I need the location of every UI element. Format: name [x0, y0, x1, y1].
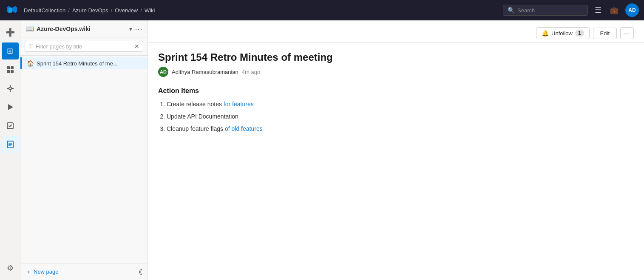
filter-input[interactable]: [36, 43, 132, 50]
content-header-right: 🔔 Unfollow 1 Edit ⋯: [536, 27, 634, 39]
content-body: Sprint 154 Retro Minutes of meeting AD A…: [148, 43, 644, 145]
activity-item-boards[interactable]: [2, 61, 19, 78]
more-options-button[interactable]: ⋯: [620, 27, 634, 39]
activity-item-repos[interactable]: [2, 80, 19, 97]
activity-item-wiki[interactable]: [2, 136, 19, 153]
breadcrumb-overview[interactable]: Overview: [115, 7, 138, 14]
author-avatar: AD: [158, 67, 168, 77]
wiki-chevron-icon[interactable]: ▾: [129, 25, 132, 32]
activity-item-settings[interactable]: ⚙: [2, 260, 19, 277]
briefcase-icon[interactable]: 💼: [608, 5, 620, 16]
topbar: DefaultCollection / Azure DevOps / Overv…: [0, 0, 644, 20]
unfollow-label: Unfollow: [551, 30, 573, 37]
filter-icon: ⊤: [28, 43, 33, 50]
breadcrumb-sep-3: /: [140, 7, 142, 14]
sidebar-tree: 🏠 Sprint 154 Retro Minutes of me...: [20, 56, 148, 263]
author-name: Adithya Ramasubramanian: [172, 69, 238, 75]
new-page-plus-icon: ＋: [26, 268, 31, 276]
action-item-3: Cleanup feature flags of old features: [167, 124, 634, 133]
section-heading: Action Items: [158, 87, 634, 95]
breadcrumb-sep-1: /: [68, 7, 70, 14]
action-item-3-link[interactable]: of old features: [225, 125, 263, 132]
filter-input-wrap[interactable]: ⊤ ✕: [25, 41, 143, 52]
new-page-label: New page: [34, 269, 59, 275]
activity-item-testplans[interactable]: [2, 117, 19, 134]
activity-bar: ➕ ⊞ ⚙: [0, 20, 20, 280]
sidebar-filter: ⊤ ✕: [20, 37, 148, 56]
wiki-icon: 📖: [26, 25, 34, 33]
breadcrumb-defaultcollection[interactable]: DefaultCollection: [24, 7, 65, 14]
page-meta: AD Adithya Ramasubramanian 4m ago: [158, 67, 634, 77]
search-box[interactable]: 🔍: [503, 5, 588, 16]
sidebar-collapse-icon[interactable]: ⟪: [139, 268, 142, 276]
sidebar-footer: ＋ New page ⟪: [20, 263, 148, 280]
main-layout: ➕ ⊞ ⚙ 📖 Azure-DevOps.wiki ▾ ⋯ ⊤: [0, 20, 644, 280]
activity-item-add[interactable]: ➕: [2, 24, 19, 41]
svg-rect-3: [11, 70, 14, 73]
home-icon: 🏠: [27, 60, 34, 67]
svg-marker-9: [8, 104, 13, 110]
list-icon[interactable]: ☰: [593, 4, 603, 17]
filter-clear-icon[interactable]: ✕: [134, 43, 139, 50]
tree-item-label: Sprint 154 Retro Minutes of me...: [37, 60, 118, 67]
breadcrumb-sep-2: /: [111, 7, 112, 14]
activity-item-overview[interactable]: ⊞: [2, 42, 19, 59]
time-ago: 4m ago: [242, 69, 260, 75]
page-title: Sprint 154 Retro Minutes of meeting: [158, 51, 634, 63]
svg-rect-1: [11, 66, 14, 69]
search-icon: 🔍: [508, 7, 515, 14]
bell-icon: 🔔: [542, 30, 549, 37]
svg-rect-0: [7, 66, 10, 69]
sidebar-header: 📖 Azure-DevOps.wiki ▾ ⋯: [20, 20, 148, 37]
search-input[interactable]: [517, 7, 583, 14]
activity-item-pipelines[interactable]: [2, 99, 19, 116]
svg-rect-2: [7, 70, 10, 73]
wiki-title: Azure-DevOps.wiki: [37, 25, 127, 32]
action-item-2: Update API Documentation: [167, 112, 634, 121]
breadcrumb-azuredevops[interactable]: Azure DevOps: [72, 7, 108, 14]
action-item-1: Create release notes for features: [167, 100, 634, 109]
logo[interactable]: [5, 3, 19, 17]
breadcrumb: DefaultCollection / Azure DevOps / Overv…: [24, 7, 503, 14]
svg-point-4: [9, 87, 11, 90]
tree-item-sprint154[interactable]: 🏠 Sprint 154 Retro Minutes of me...: [20, 57, 148, 69]
content-area: 🔔 Unfollow 1 Edit ⋯ Sprint 154 Retro Min…: [148, 20, 644, 280]
sidebar-more-icon[interactable]: ⋯: [135, 25, 142, 33]
edit-button[interactable]: Edit: [593, 28, 617, 39]
unfollow-button[interactable]: 🔔 Unfollow 1: [536, 27, 590, 39]
sidebar: 📖 Azure-DevOps.wiki ▾ ⋯ ⊤ ✕ 🏠 Sprint 154…: [20, 20, 148, 280]
follow-count-badge: 1: [575, 30, 584, 37]
breadcrumb-wiki[interactable]: Wiki: [145, 7, 155, 14]
new-page-button[interactable]: ＋ New page: [26, 268, 59, 276]
user-avatar[interactable]: AD: [625, 3, 639, 17]
action-list: Create release notes for features Update…: [158, 100, 634, 133]
topbar-right: 🔍 ☰ 💼 AD: [503, 3, 639, 17]
content-header: 🔔 Unfollow 1 Edit ⋯: [148, 20, 644, 43]
action-item-1-link[interactable]: for features: [224, 101, 254, 107]
